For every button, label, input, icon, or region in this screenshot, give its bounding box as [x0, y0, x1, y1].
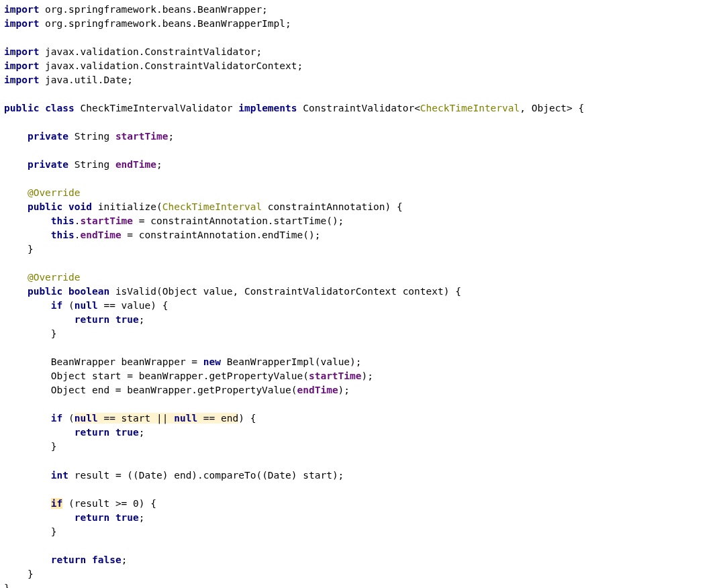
import-line: org.springframework.beans.BeanWrapperImp…: [39, 18, 291, 29]
generic-type: CheckTimeInterval: [420, 103, 520, 113]
keyword-null: null: [75, 413, 98, 424]
class-tail: , Object> {: [520, 103, 584, 113]
keyword-true: true: [115, 314, 139, 325]
cond: == end: [197, 413, 238, 424]
highlighted-condition: null == start || null == end: [75, 413, 238, 424]
dot: .: [75, 215, 81, 226]
brace-close: }: [51, 526, 57, 537]
keyword-true: true: [115, 512, 139, 523]
brace-close: }: [4, 583, 10, 588]
highlighted-if: if: [51, 498, 62, 509]
param-type: CheckTimeInterval: [162, 201, 262, 212]
import-line: javax.validation.ConstraintValidatorCont…: [39, 60, 303, 71]
class-name: CheckTimeIntervalValidator: [75, 103, 238, 113]
semi: ;: [139, 314, 145, 325]
keyword-import: import: [4, 60, 39, 71]
keyword-import: import: [4, 75, 39, 85]
keyword-public: public: [28, 286, 62, 297]
semi: ;: [122, 554, 128, 565]
annotation-override: @Override: [28, 187, 81, 198]
dot: .: [75, 230, 81, 240]
keyword-import: import: [4, 46, 39, 57]
type-string: String: [68, 159, 115, 170]
keyword-new: new: [203, 356, 221, 367]
keyword-import: import: [4, 18, 39, 29]
method-sig: initialize(: [92, 201, 162, 212]
stmt: );: [362, 371, 373, 381]
paren: (: [62, 300, 74, 311]
keyword-public: public: [28, 201, 62, 212]
import-line: javax.validation.ConstraintValidator;: [39, 46, 262, 57]
keyword-if: if: [51, 300, 62, 311]
assign: = constraintAnnotation.endTime();: [122, 230, 321, 240]
keyword-return: return: [75, 427, 109, 438]
keyword-false: false: [92, 554, 122, 565]
cond: (result >= 0) {: [62, 498, 156, 509]
keyword-this: this: [51, 215, 75, 226]
field-endTime: endTime: [297, 385, 338, 395]
cond: ||: [150, 413, 174, 424]
class-impl: ConstraintValidator<: [297, 103, 420, 113]
stmt: result = ((Date) end).compareTo((Date) s…: [68, 470, 344, 481]
keyword-private: private: [28, 159, 68, 170]
keyword-private: private: [28, 131, 68, 142]
field-endTime: endTime: [115, 159, 156, 170]
brace-close: }: [51, 441, 57, 452]
stmt: );: [338, 385, 350, 395]
semi: ;: [139, 427, 145, 438]
assign: = constraintAnnotation.startTime();: [133, 215, 344, 226]
method-sig: isValid(Object value, ConstraintValidato…: [109, 286, 461, 297]
keyword-implements: implements: [238, 103, 297, 113]
import-line: java.util.Date;: [39, 75, 133, 85]
cond: ) {: [238, 413, 256, 424]
keyword-boolean: boolean: [68, 286, 109, 297]
cond: == value) {: [98, 300, 168, 311]
stmt: Object end = beanWrapper.getPropertyValu…: [51, 385, 297, 395]
keyword-return: return: [51, 554, 86, 565]
paren: (: [62, 413, 74, 424]
code-block: import org.springframework.beans.BeanWra…: [0, 0, 725, 588]
keyword-int: int: [51, 470, 68, 481]
semi: ;: [168, 131, 174, 142]
cond: == start: [98, 413, 151, 424]
keyword-void: void: [68, 201, 92, 212]
keyword-import: import: [4, 4, 39, 15]
keyword-public: public: [4, 103, 39, 113]
brace-close: }: [28, 569, 34, 579]
field-startTime: startTime: [309, 371, 362, 381]
keyword-if: if: [51, 413, 62, 424]
field-endTime: endTime: [81, 230, 122, 240]
keyword-return: return: [75, 314, 109, 325]
keyword-true: true: [115, 427, 139, 438]
keyword-this: this: [51, 230, 75, 240]
keyword-return: return: [75, 512, 109, 523]
semi: ;: [156, 159, 162, 170]
field-startTime: startTime: [115, 131, 168, 142]
type-string: String: [68, 131, 115, 142]
method-sig: constraintAnnotation) {: [262, 201, 403, 212]
stmt: Object start = beanWrapper.getPropertyVa…: [51, 371, 309, 381]
keyword-null: null: [174, 413, 197, 424]
field-startTime: startTime: [81, 215, 134, 226]
stmt: BeanWrapper beanWrapper =: [51, 356, 203, 367]
keyword-class: class: [45, 103, 75, 113]
import-line: org.springframework.beans.BeanWrapper;: [39, 4, 267, 15]
keyword-null: null: [75, 300, 98, 311]
brace-close: }: [51, 328, 57, 339]
annotation-override: @Override: [28, 272, 81, 283]
brace-close: }: [28, 244, 34, 254]
stmt: BeanWrapperImpl(value);: [221, 356, 362, 367]
semi: ;: [139, 512, 145, 523]
